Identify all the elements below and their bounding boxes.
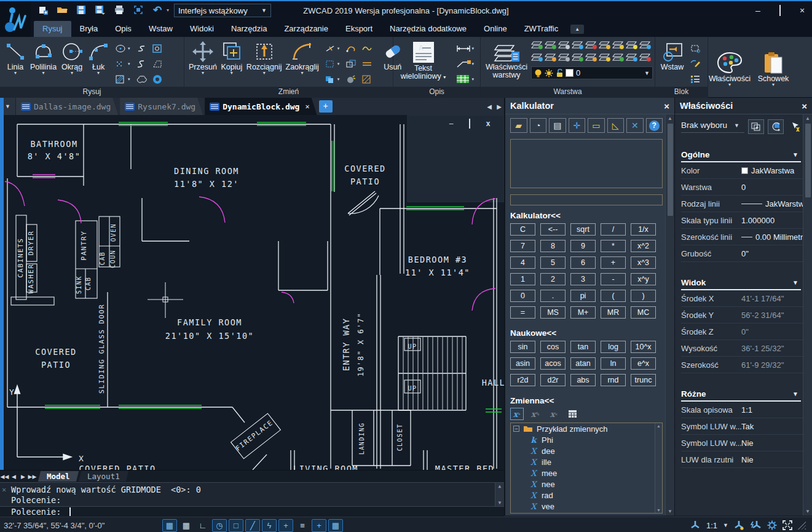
sci-log-button[interactable]: log [601,341,626,353]
sci-tan-button[interactable]: tan [570,341,596,353]
layer-tool-icon-1[interactable] [531,39,543,50]
measure-distance-icon[interactable]: ▭ [588,118,605,133]
close-icon[interactable]: × [797,6,807,15]
close-tab-icon[interactable]: ✕ [305,102,309,111]
calc-sqrt-button[interactable]: sqrt [570,223,596,236]
calc-3-button[interactable]: 3 [570,273,596,285]
pedit-icon[interactable] [344,44,360,54]
calc-m-button[interactable]: M+ [570,306,596,319]
delete-variable-icon[interactable]: x× [547,408,561,420]
prev-layout-icon[interactable]: ◀ [9,474,18,480]
qp-icon[interactable]: + [312,519,326,532]
close-icon[interactable]: x [483,119,493,128]
annotation-autoscale-icon[interactable] [751,520,762,530]
calc-mc-button[interactable]: MC [631,306,656,319]
calc-7-button[interactable]: 7 [510,240,535,252]
calc--button[interactable]: - [601,273,626,285]
new-variable-icon[interactable]: x+ [510,408,524,420]
variable-item-vee[interactable]: Xvee [511,501,662,512]
save-as-icon[interactable] [93,3,108,17]
calc--button[interactable]: ( [601,290,626,302]
sci-asin-button[interactable]: asin [510,357,535,370]
splinedit-icon[interactable] [360,44,376,54]
calc-2-button[interactable]: 2 [540,273,566,285]
resize-grip[interactable] [798,522,806,530]
sci-abs-button[interactable]: abs [570,374,596,386]
variable-item-phi[interactable]: kPhi [511,434,662,445]
property-row-rodek-y[interactable]: Środek Y56'-2 31/64" [681,307,803,324]
new-file-icon[interactable] [36,3,50,17]
calc-mr-button[interactable]: MR [601,306,626,319]
trim-icon[interactable]: ▾ [323,44,344,54]
layer-tool-icon-8[interactable] [626,39,638,50]
variable-item-nee[interactable]: Xnee [511,478,662,490]
property-row-skala-typu-linii[interactable]: Skala typu linii1.000000 [681,212,803,229]
table-icon[interactable]: ▦ [328,519,343,532]
ribbon-tab-narz-dzia[interactable]: Narzędzia [223,21,276,37]
polar-icon[interactable]: ◷ [212,519,227,532]
undo-icon[interactable]: ↶ [150,3,165,17]
grid-icon[interactable]: ▦ [179,519,194,532]
property-row-rodek-x[interactable]: Środek X41'-1 17/64" [681,290,803,307]
circle-button[interactable]: Okrąg [58,39,85,76]
sci-ln-button[interactable]: ln [601,357,626,370]
copy-button[interactable]: Kopiuj [219,39,245,76]
layer-tool-icon-14[interactable] [585,52,597,62]
lwt-icon[interactable]: ≡ [295,519,310,532]
doc-scroll-left-icon[interactable]: ◀ [484,98,494,115]
calc--button[interactable]: <-- [540,223,566,236]
new-document-icon[interactable]: + [319,100,333,113]
close-icon[interactable]: × [802,101,807,111]
esnap-icon[interactable]: ϟ [262,519,277,532]
align-icon[interactable] [344,59,360,69]
stretch-button[interactable]: Rozciągnij [245,39,284,76]
collapse-ribbon-icon[interactable]: ▲ [570,25,584,34]
command-scrollbar[interactable]: ▲▼ [495,483,504,506]
layer-tool-icon-4[interactable] [572,39,584,50]
property-row-szeroko-linii[interactable]: Szerokość linii0.00 Millimetry [681,229,803,245]
fillet-button[interactable]: Zaokrąglij [284,39,321,76]
calculator-input-field[interactable] [510,194,663,205]
calc-5-button[interactable]: 5 [540,256,566,269]
restore-icon[interactable] [465,119,475,128]
get-coordinates-icon[interactable]: ✛ [569,118,586,133]
layer-tool-icon-12[interactable] [558,52,570,62]
point-icon[interactable]: ▾ [114,59,135,69]
layer-tool-icon-15[interactable] [599,52,611,62]
calc-x-2-button[interactable]: x^2 [631,240,656,252]
scientific-group-label[interactable]: Naukowe<< [510,328,663,338]
revcloud-icon[interactable] [135,74,151,84]
annotation-scale-value[interactable]: 1:1 [706,521,717,530]
ribbon-tab-wstaw[interactable]: Wstaw [140,21,181,37]
intersection-icon[interactable]: ✕ [626,118,644,133]
maximize-icon[interactable] [775,6,785,15]
calc--button[interactable]: * [601,240,626,252]
calc--button[interactable]: ) [631,290,656,302]
variable-item-mee[interactable]: Xmee [511,467,662,478]
plot-preview-icon[interactable] [131,3,146,17]
calc-1-button[interactable]: 1 [510,273,535,285]
ellipse-icon[interactable]: ▾ [114,44,135,54]
otrack-icon[interactable]: ╱ [245,519,260,532]
layer-tool-icon-2[interactable] [545,39,557,50]
layer-tool-icon-5[interactable] [585,39,597,50]
calc-8-button[interactable]: 8 [540,240,566,252]
dimension-icon[interactable]: ▾ [454,44,479,54]
layer-tool-icon-7[interactable] [612,39,625,50]
property-row-symbol-luw-w[interactable]: Symbol LUW w...Tak [681,418,803,435]
explode-icon[interactable] [344,74,360,84]
layer-tool-icon-10[interactable] [531,52,543,62]
ribbon-tab-opis[interactable]: Opis [106,21,140,37]
spline-icon[interactable] [135,44,151,54]
document-tab-rysunek7-dwg[interactable]: Rysunek7.dwg [120,98,203,115]
line-button[interactable]: Linia [2,39,28,76]
layer-tool-icon-18[interactable] [639,52,652,62]
help-icon[interactable]: ? [646,118,663,133]
tree-scrollbar[interactable]: ▲▼ [655,423,662,513]
quick-select-icon[interactable] [748,119,764,134]
calculator-scrollbar[interactable]: ▲▼ [665,114,674,515]
variable-item-ille[interactable]: Xille [511,456,662,467]
sci-r2d-button[interactable]: r2d [510,374,535,386]
calc-1-x-button[interactable]: 1/x [631,223,656,236]
selection-dropdown[interactable]: Brak wyboru ▼ [681,121,744,133]
